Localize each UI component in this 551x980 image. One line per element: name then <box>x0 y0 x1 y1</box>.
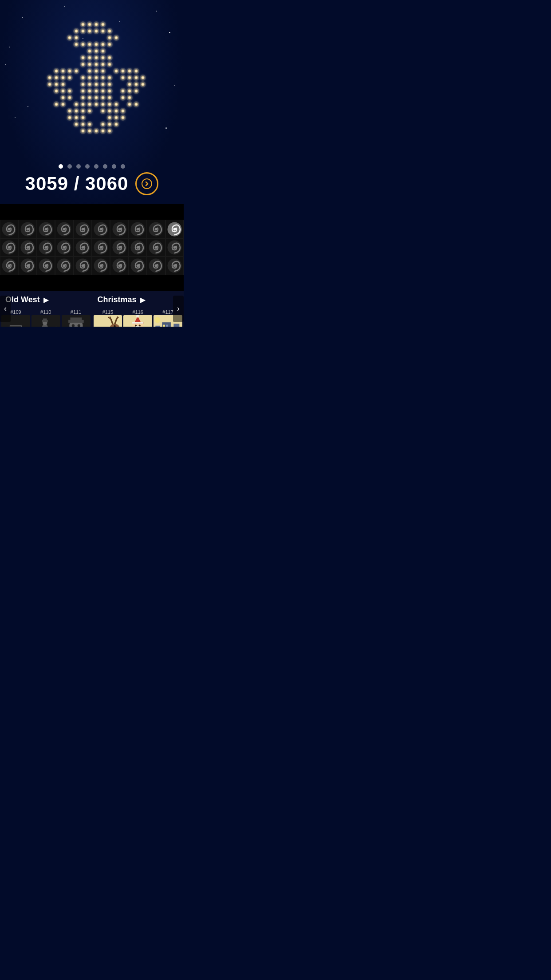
spiral-icon <box>130 258 146 273</box>
spinner-cell-0-9[interactable] <box>165 220 184 238</box>
spinner-cell-2-4[interactable] <box>74 257 92 275</box>
svg-point-11 <box>81 29 85 33</box>
svg-point-117 <box>101 83 105 86</box>
svg-point-19 <box>108 29 111 33</box>
svg-rect-411 <box>174 324 180 327</box>
svg-point-41 <box>88 49 91 53</box>
svg-point-203 <box>81 116 85 119</box>
svg-point-109 <box>108 76 111 79</box>
next-arrow-button[interactable] <box>135 172 158 195</box>
dot-7 <box>112 164 116 169</box>
svg-point-69 <box>94 69 98 73</box>
svg-point-111 <box>81 83 85 86</box>
svg-point-300 <box>100 265 102 267</box>
svg-point-167 <box>141 83 145 86</box>
puzzle-110-art <box>31 315 60 327</box>
spiral-icon <box>20 258 35 273</box>
svg-point-139 <box>108 96 111 99</box>
spinner-cell-1-9[interactable] <box>165 238 184 257</box>
svg-point-141 <box>88 103 91 106</box>
puzzle-116[interactable]: #116 <box>123 308 152 327</box>
spinner-cell-2-0[interactable] <box>0 257 18 275</box>
svg-point-13 <box>88 29 91 33</box>
spinner-cell-1-2[interactable] <box>37 238 55 257</box>
spinner-cell-2-2[interactable] <box>37 257 55 275</box>
nav-left-button[interactable]: ‹ <box>0 296 11 322</box>
svg-point-27 <box>114 36 118 40</box>
svg-rect-328 <box>43 319 47 321</box>
svg-point-99 <box>68 89 71 93</box>
spinner-cell-2-5[interactable] <box>92 257 110 275</box>
spinner-cell-1-1[interactable] <box>18 238 36 257</box>
spinner-cell-0-0[interactable] <box>0 220 18 238</box>
svg-point-243 <box>61 103 65 106</box>
svg-point-223 <box>81 129 85 133</box>
spinner-cell-2-1[interactable] <box>18 257 36 275</box>
svg-point-147 <box>114 69 118 73</box>
spiral-icon <box>1 258 17 273</box>
svg-point-67 <box>88 69 91 73</box>
spinner-row-1 <box>0 238 184 257</box>
spinner-cell-1-6[interactable] <box>110 238 128 257</box>
spinner-cell-1-3[interactable] <box>55 238 73 257</box>
spinner-cell-1-8[interactable] <box>147 238 165 257</box>
spinner-cell-2-3[interactable] <box>55 257 73 275</box>
spinner-cell-0-5[interactable] <box>92 220 110 238</box>
svg-point-125 <box>94 89 98 93</box>
svg-point-157 <box>128 76 131 79</box>
svg-point-115 <box>94 83 98 86</box>
puzzle-116-art <box>123 315 152 327</box>
spinner-row-2 <box>0 257 184 275</box>
old-west-header: Old West ▶ <box>0 291 92 307</box>
svg-point-237 <box>121 96 125 99</box>
svg-point-235 <box>68 96 71 99</box>
svg-point-191 <box>101 109 105 113</box>
puzzle-115-number: #115 <box>94 308 122 315</box>
spiral-icon <box>75 221 91 237</box>
spinner-cell-0-2[interactable] <box>37 220 55 238</box>
svg-point-97 <box>61 89 65 93</box>
christmas-arrow[interactable]: ▶ <box>140 296 146 304</box>
spinner-cell-0-3[interactable] <box>55 220 73 238</box>
spiral-icon <box>93 240 109 255</box>
spinner-cell-2-8[interactable] <box>147 257 165 275</box>
puzzle-111[interactable]: #111 <box>62 308 91 327</box>
svg-point-175 <box>75 103 78 106</box>
puzzle-115[interactable]: #115 <box>94 308 122 327</box>
svg-rect-315 <box>10 326 21 327</box>
spinner-cell-2-6[interactable] <box>110 257 128 275</box>
spinner-cell-2-9[interactable] <box>165 257 184 275</box>
svg-point-129 <box>108 89 111 93</box>
nav-right-button[interactable]: › <box>173 296 184 322</box>
spinner-cell-1-5[interactable] <box>92 238 110 257</box>
svg-point-189 <box>88 109 91 113</box>
old-west-arrow[interactable]: ▶ <box>43 296 49 304</box>
puzzle-110[interactable]: #110 <box>31 308 60 327</box>
svg-point-229 <box>101 129 105 133</box>
dot-4 <box>85 164 90 169</box>
spinner-cell-0-7[interactable] <box>129 220 147 238</box>
svg-point-201 <box>75 116 78 119</box>
spinner-cell-0-6[interactable] <box>110 220 128 238</box>
svg-point-256 <box>63 228 66 230</box>
spinner-rows-container <box>0 220 184 275</box>
svg-point-29 <box>75 43 78 46</box>
spinner-cell-1-7[interactable] <box>129 238 147 257</box>
spinner-grid <box>0 204 184 291</box>
spinner-cell-0-4[interactable] <box>74 220 92 238</box>
svg-point-35 <box>94 43 98 46</box>
spinner-cell-2-7[interactable] <box>129 257 147 275</box>
puzzle-110-number: #110 <box>31 308 60 315</box>
svg-point-45 <box>101 49 105 53</box>
spinner-cell-1-4[interactable] <box>74 238 92 257</box>
spinner-cell-0-8[interactable] <box>147 220 165 238</box>
spiral-icon <box>93 221 109 237</box>
svg-rect-335 <box>70 317 82 322</box>
spiral-icon <box>56 221 72 237</box>
svg-point-276 <box>63 246 66 249</box>
spinner-cell-1-0[interactable] <box>0 238 18 257</box>
svg-point-43 <box>94 49 98 53</box>
svg-point-219 <box>108 122 111 126</box>
svg-point-211 <box>75 122 78 126</box>
spinner-cell-0-1[interactable] <box>18 220 36 238</box>
